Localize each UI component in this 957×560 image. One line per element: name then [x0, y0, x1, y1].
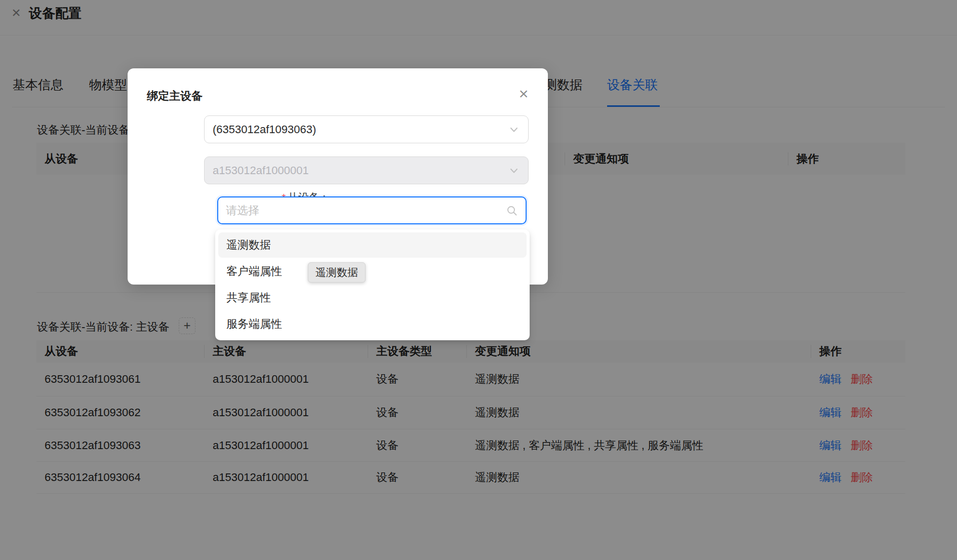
device-config-screen: × 设备配置 基本信息 物模型 遥测数据 设备关联 设备关联-当前设备 从设备 …: [0, 0, 957, 560]
slave-device-select[interactable]: (6353012af1093063): [204, 115, 529, 143]
notify-options-dropdown: 遥测数据 客户端属性 共享属性 服务端属性 遥测数据: [215, 229, 530, 340]
chevron-down-icon: [508, 124, 520, 136]
modal-close-icon[interactable]: ×: [514, 85, 533, 103]
option-shared-attributes[interactable]: 共享属性: [218, 285, 527, 310]
master-device-select: a153012af1000001: [204, 156, 529, 184]
search-icon: [506, 205, 518, 217]
chevron-down-icon: [508, 165, 520, 177]
option-server-attributes[interactable]: 服务端属性: [218, 311, 527, 337]
option-client-attributes[interactable]: 客户端属性: [218, 259, 527, 284]
select-placeholder: 请选择: [226, 203, 506, 218]
modal-title: 绑定主设备: [147, 89, 203, 104]
option-telemetry-data[interactable]: 遥测数据: [218, 232, 527, 258]
change-notify-select[interactable]: 请选择: [217, 196, 527, 224]
selected-option-tag: 遥测数据: [308, 262, 366, 283]
